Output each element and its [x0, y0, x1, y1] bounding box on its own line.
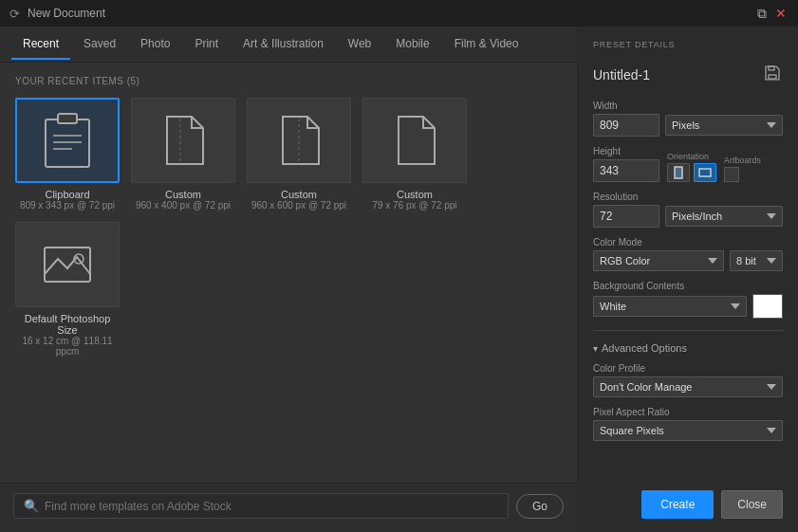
svg-rect-10	[769, 66, 774, 70]
create-button[interactable]: Create	[641, 490, 714, 519]
title-bar-title: New Document	[28, 7, 105, 20]
width-input[interactable]	[593, 114, 659, 137]
item-thumb-custom-1	[131, 98, 235, 183]
item-card-custom-3[interactable]: Custom 79 x 76 px @ 72 ppi	[362, 98, 467, 211]
preset-name-row	[593, 63, 783, 87]
tab-bar: Recent Saved Photo Print Art & Illustrat…	[0, 27, 577, 63]
close-button[interactable]: Close	[721, 490, 783, 519]
orientation-group: Orientation	[667, 152, 716, 182]
left-panel: Recent Saved Photo Print Art & Illustrat…	[0, 27, 578, 532]
height-field-group: Height	[593, 146, 659, 182]
width-label: Width	[593, 101, 783, 111]
recent-section: YOUR RECENT ITEMS (5)	[0, 63, 577, 483]
close-window-button[interactable]: ✕	[773, 6, 789, 21]
action-buttons: Create Close	[593, 483, 783, 519]
pixel-aspect-select[interactable]: Square Pixels D1/DV NTSC (0.91) D1/DV PA…	[593, 420, 783, 441]
item-details-custom-3: 79 x 76 px @ 72 ppi	[372, 200, 456, 211]
artboards-checkbox[interactable]	[724, 167, 739, 182]
tab-mobile[interactable]: Mobile	[384, 29, 440, 60]
height-input[interactable]	[593, 159, 659, 182]
color-mode-select[interactable]: RGB Color CMYK Color Grayscale Bitmap La…	[593, 250, 724, 271]
resolution-unit-select[interactable]: Pixels/Inch Pixels/Centimeter	[665, 206, 783, 227]
title-bar-controls: ⧉ ✕	[754, 6, 789, 21]
svg-rect-1	[58, 114, 77, 123]
background-field-group: Background Contents White Black Backgrou…	[593, 281, 783, 319]
resolution-field-group: Resolution Pixels/Inch Pixels/Centimeter	[593, 192, 783, 228]
search-input[interactable]	[45, 500, 498, 513]
items-grid: Clipboard 809 x 343 px @ 72 ppi Custom 9…	[15, 98, 562, 211]
svg-rect-12	[699, 169, 711, 176]
color-depth-select[interactable]: 8 bit 16 bit 32 bit	[730, 250, 783, 271]
width-field-group: Width Pixels Inches Centimeters Millimet…	[593, 101, 783, 137]
height-orientation-row: Height Orientation Artboards	[593, 146, 783, 182]
save-preset-button[interactable]	[762, 63, 783, 87]
item-name-default-photoshop: Default Photoshop Size	[15, 313, 120, 336]
resolution-label: Resolution	[593, 192, 783, 202]
title-bar: ⟳ New Document ⧉ ✕	[0, 0, 798, 27]
tab-web[interactable]: Web	[337, 29, 382, 60]
width-unit-select[interactable]: Pixels Inches Centimeters Millimeters Po…	[665, 115, 783, 136]
item-thumb-clipboard	[15, 98, 120, 183]
items-grid-row2: Default Photoshop Size 16 x 12 cm @ 118.…	[15, 222, 562, 357]
item-card-clipboard[interactable]: Clipboard 809 x 343 px @ 72 ppi	[15, 98, 120, 211]
item-card-custom-2[interactable]: Custom 960 x 600 px @ 72 ppi	[247, 98, 351, 211]
pixel-aspect-field-group: Pixel Aspect Ratio Square Pixels D1/DV N…	[593, 407, 783, 441]
search-bar: 🔍 Go	[0, 483, 577, 532]
item-name-custom-2: Custom	[281, 189, 317, 200]
item-thumb-custom-2	[247, 98, 351, 183]
background-select[interactable]: White Black Background Color Transparent…	[593, 296, 747, 317]
landscape-button[interactable]	[694, 163, 716, 182]
color-mode-label: Color Mode	[593, 237, 783, 248]
tab-recent[interactable]: Recent	[11, 29, 70, 60]
color-mode-row: RGB Color CMYK Color Grayscale Bitmap La…	[593, 250, 783, 271]
svg-rect-9	[769, 75, 776, 79]
color-profile-label: Color Profile	[593, 363, 783, 374]
right-panel: PRESET DETAILS Width Pixels Inches Centi	[578, 27, 798, 532]
restore-window-button[interactable]: ⧉	[754, 6, 770, 21]
item-name-custom-1: Custom	[165, 189, 201, 200]
background-row: White Black Background Color Transparent…	[593, 294, 783, 319]
resolution-field-row: Pixels/Inch Pixels/Centimeter	[593, 205, 783, 228]
resolution-input[interactable]	[593, 205, 659, 228]
orientation-label: Orientation	[667, 152, 716, 161]
preset-details-label: PRESET DETAILS	[593, 40, 783, 49]
color-mode-field-group: Color Mode RGB Color CMYK Color Grayscal…	[593, 237, 783, 271]
item-details-clipboard: 809 x 343 px @ 72 ppi	[20, 200, 115, 211]
color-profile-field-group: Color Profile Don't Color Manage sRGB IE…	[593, 363, 783, 397]
advanced-options-toggle[interactable]: ▾ Advanced Options	[593, 342, 783, 354]
tab-photo[interactable]: Photo	[129, 29, 181, 60]
main-container: Recent Saved Photo Print Art & Illustrat…	[0, 27, 798, 532]
width-field-row: Pixels Inches Centimeters Millimeters Po…	[593, 114, 783, 137]
go-button[interactable]: Go	[516, 494, 564, 519]
tab-art-illustration[interactable]: Art & Illustration	[232, 29, 335, 60]
history-icon: ⟳	[9, 7, 20, 21]
item-name-custom-3: Custom	[397, 189, 433, 200]
chevron-down-icon: ▾	[593, 343, 598, 354]
item-thumb-default-photoshop	[15, 222, 120, 307]
svg-rect-0	[46, 119, 89, 167]
background-label: Background Contents	[593, 281, 783, 291]
item-details-default-photoshop: 16 x 12 cm @ 118.11 ppcm	[15, 336, 120, 357]
tab-saved[interactable]: Saved	[72, 29, 127, 60]
search-input-wrapper[interactable]: 🔍	[13, 493, 509, 519]
orientation-buttons	[667, 163, 716, 182]
item-thumb-custom-3	[362, 98, 467, 183]
portrait-button[interactable]	[667, 163, 690, 182]
divider	[593, 330, 783, 331]
advanced-options-label: Advanced Options	[602, 342, 687, 354]
artboards-label: Artboards	[724, 156, 761, 165]
item-details-custom-2: 960 x 600 px @ 72 ppi	[251, 200, 346, 211]
preset-name-input[interactable]	[593, 67, 762, 83]
tab-print[interactable]: Print	[183, 29, 230, 60]
pixel-aspect-label: Pixel Aspect Ratio	[593, 407, 783, 417]
artboards-group: Artboards	[724, 156, 761, 182]
item-details-custom-1: 960 x 400 px @ 72 ppi	[136, 200, 231, 211]
background-color-swatch[interactable]	[752, 294, 783, 319]
height-label: Height	[593, 146, 659, 156]
item-card-custom-1[interactable]: Custom 960 x 400 px @ 72 ppi	[131, 98, 235, 211]
tab-film-video[interactable]: Film & Video	[443, 29, 530, 60]
svg-rect-11	[675, 167, 682, 178]
item-name-clipboard: Clipboard	[45, 189, 89, 200]
item-card-default-photoshop[interactable]: Default Photoshop Size 16 x 12 cm @ 118.…	[15, 222, 120, 357]
color-profile-select[interactable]: Don't Color Manage sRGB IEC61966-2.1 Ado…	[593, 376, 783, 397]
